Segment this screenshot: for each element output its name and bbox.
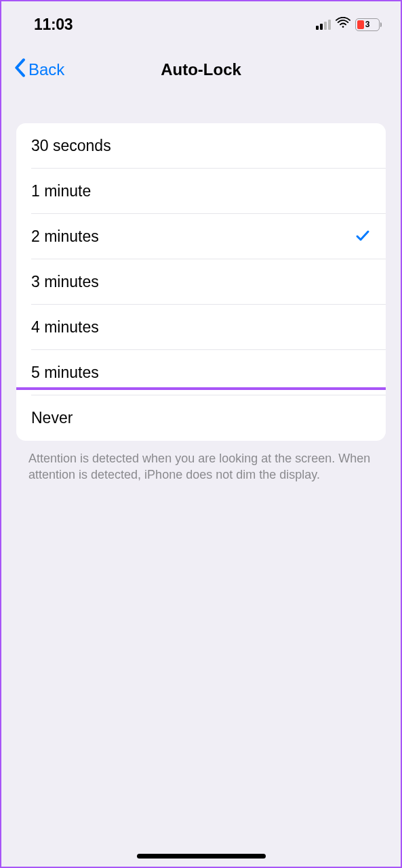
option-label: 1 minute — [31, 182, 91, 200]
option-5-minutes[interactable]: 5 minutes — [16, 350, 386, 395]
option-label: 30 seconds — [31, 137, 111, 155]
autolock-options-list: 30 seconds 1 minute 2 minutes 3 minutes … — [16, 123, 386, 441]
battery-icon: 3 — [355, 18, 382, 31]
battery-level: 3 — [365, 20, 370, 29]
home-indicator[interactable] — [137, 854, 266, 859]
back-button[interactable]: Back — [14, 58, 64, 81]
option-3-minutes[interactable]: 3 minutes — [16, 259, 386, 305]
option-label: 2 minutes — [31, 227, 99, 246]
option-label: 5 minutes — [31, 364, 99, 382]
status-time: 11:03 — [34, 16, 73, 34]
navigation-bar: Back Auto-Lock — [1, 39, 401, 97]
back-label: Back — [28, 60, 64, 79]
checkmark-icon — [355, 227, 371, 246]
option-1-minute[interactable]: 1 minute — [16, 169, 386, 214]
footer-description: Attention is detected when you are looki… — [28, 450, 374, 483]
option-label: 4 minutes — [31, 318, 99, 337]
option-2-minutes[interactable]: 2 minutes — [16, 214, 386, 259]
wifi-icon — [336, 17, 350, 32]
status-icons: 3 — [316, 17, 382, 32]
option-label: Never — [31, 409, 73, 427]
option-4-minutes[interactable]: 4 minutes — [16, 305, 386, 350]
option-never[interactable]: Never — [16, 395, 386, 441]
option-label: 3 minutes — [31, 273, 99, 291]
option-30-seconds[interactable]: 30 seconds — [16, 123, 386, 169]
page-title: Auto-Lock — [161, 60, 241, 79]
cellular-signal-icon — [316, 19, 331, 30]
chevron-left-icon — [14, 58, 26, 81]
status-bar: 11:03 3 — [1, 1, 401, 39]
